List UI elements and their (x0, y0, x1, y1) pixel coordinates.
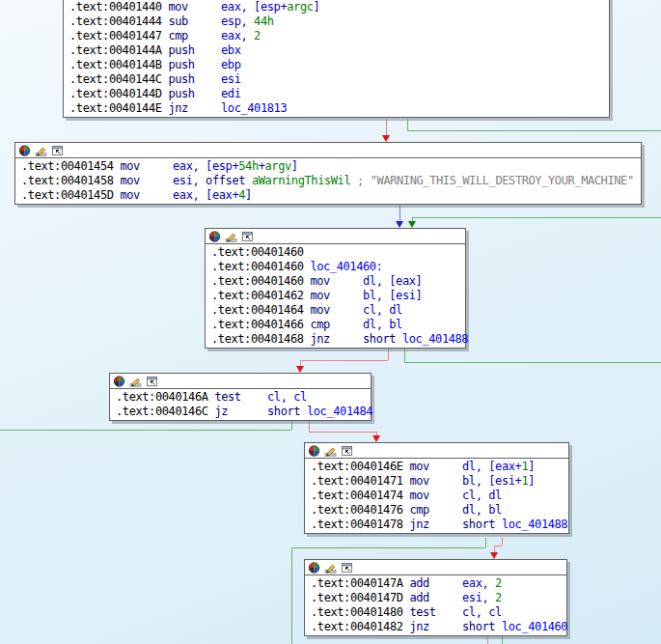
node-body: .text:00401460.text:00401460 loc_401460:… (206, 244, 465, 348)
basic-block-00401440[interactable]: .text:00401440 mov eax, [esp+argc].text:… (63, 0, 610, 118)
asm-line: .text:00401460 (211, 245, 462, 260)
node-titlebar[interactable] (206, 229, 465, 244)
single-instruction-frame-icon[interactable] (51, 145, 64, 156)
node-body: .text:0040146A test cl, cl.text:0040146C… (110, 389, 371, 420)
arrowhead (396, 221, 403, 228)
edge-loopback-to-00401460 (412, 217, 661, 218)
asm-line: .text:00401447 cmp eax, 2 (69, 29, 606, 43)
node-titlebar[interactable] (305, 560, 566, 575)
edit-pencil-icon[interactable] (324, 562, 337, 574)
basic-block-0040147A[interactable]: .text:0040147A add eax, 2.text:0040147D … (304, 559, 567, 636)
asm-line: .text:00401466 cmp dl, bl (211, 318, 462, 332)
edit-pencil-icon[interactable] (225, 231, 237, 242)
asm-line: .text:00401458 mov esi, offset aWarningT… (21, 174, 638, 188)
asm-line: .text:00401482 jnz short loc_401460 (311, 620, 564, 634)
edge-not-taken-0040146A (309, 421, 310, 432)
single-instruction-frame-icon[interactable] (146, 376, 158, 387)
asm-line: .text:0040144E jnz loc_401813 (69, 101, 606, 116)
single-instruction-frame-icon[interactable] (241, 231, 254, 242)
edge-taken-0040146E (485, 538, 486, 547)
edge-taken-0040146A (291, 421, 292, 430)
asm-line: .text:0040146E mov dl, [eax+1] (311, 460, 565, 474)
edge-not-taken-00401460 (300, 360, 388, 361)
node-color-wheel-icon[interactable] (18, 145, 31, 156)
arrowhead (382, 135, 390, 142)
asm-line: .text:00401444 sub esp, 44h (69, 14, 606, 29)
asm-line: .text:0040146C jz short loc_401484 (116, 405, 368, 419)
asm-line: .text:0040146A test cl, cl (116, 390, 368, 405)
asm-line: .text:00401471 mov bl, [esi+1] (311, 474, 565, 489)
single-instruction-frame-icon[interactable] (341, 445, 353, 457)
single-instruction-frame-icon[interactable] (341, 562, 353, 574)
arrowhead (372, 435, 380, 442)
asm-line: .text:00401480 test cl, cl (311, 605, 564, 620)
edge-taken-00401460 (404, 362, 661, 363)
asm-line: .text:0040144A push ebx (69, 43, 606, 58)
node-color-wheel-icon[interactable] (113, 376, 125, 387)
node-color-wheel-icon[interactable] (308, 562, 320, 574)
edge-taken-00401460 (404, 349, 405, 362)
edge-taken-0040146E (291, 547, 485, 548)
edge-taken-0040146E (291, 547, 292, 644)
basic-block-0040146E[interactable]: .text:0040146E mov dl, [eax+1].text:0040… (304, 442, 569, 534)
edge-not-taken-0040146E (502, 538, 503, 546)
node-body: .text:00401454 mov eax, [esp+54h+argv].t… (15, 158, 641, 204)
edit-pencil-icon[interactable] (324, 445, 337, 457)
edit-pencil-icon[interactable] (35, 145, 47, 156)
asm-line: .text:00401460 loc_401460: (211, 260, 462, 274)
node-color-wheel-icon[interactable] (308, 445, 320, 457)
asm-line: .text:0040144C push esi (69, 72, 606, 87)
edge-not-taken-0040146E (494, 546, 502, 546)
edge-not-taken-0040147A (487, 635, 488, 644)
node-body: .text:0040146E mov dl, [eax+1].text:0040… (305, 459, 568, 533)
node-titlebar[interactable] (305, 443, 568, 459)
edge-not-taken-00401440 (386, 119, 387, 135)
asm-line: .text:00401464 mov cl, dl (211, 303, 462, 318)
graph-view[interactable]: .text:00401440 mov eax, [esp+argc].text:… (0, 0, 661, 644)
node-body: .text:0040147A add eax, 2.text:0040147D … (305, 575, 566, 635)
edge-taken-0040147A (502, 635, 503, 644)
asm-line: .text:00401440 mov eax, [esp+argc] (69, 0, 606, 14)
basic-block-00401454[interactable]: .text:00401454 mov eax, [esp+54h+argv].t… (14, 142, 642, 205)
asm-line: .text:00401476 cmp dl, bl (311, 503, 565, 518)
edge-not-taken-0040146E (494, 546, 495, 552)
node-color-wheel-icon[interactable] (208, 231, 221, 242)
asm-line: .text:00401474 mov cl, dl (311, 489, 565, 503)
edge-taken-00401440 (407, 119, 408, 130)
asm-line: .text:0040144B push ebp (69, 58, 606, 72)
asm-line: .text:00401454 mov eax, [esp+54h+argv] (21, 159, 638, 174)
arrowhead (408, 221, 416, 228)
asm-line: .text:0040147D add esi, 2 (311, 591, 564, 605)
asm-line: .text:00401462 mov bl, [esi] (211, 289, 462, 303)
asm-line: .text:00401478 jnz short loc_401488 (311, 518, 565, 532)
edge-not-taken-0040146A (309, 432, 376, 433)
node-body: .text:00401440 mov eax, [esp+argc].text:… (64, 0, 609, 117)
edge-flow-00401454 (399, 204, 400, 221)
edit-pencil-icon[interactable] (129, 376, 142, 387)
basic-block-0040146A[interactable]: .text:0040146A test cl, cl.text:0040146C… (109, 373, 372, 421)
node-titlebar[interactable] (15, 143, 641, 158)
edge-not-taken-00401460 (388, 349, 389, 360)
arrowhead (296, 366, 304, 373)
asm-line: .text:0040147A add eax, 2 (311, 576, 564, 591)
asm-line: .text:0040145D mov eax, [eax+4] (21, 188, 638, 203)
asm-line: .text:00401460 mov dl, [eax] (211, 274, 462, 289)
basic-block-00401460[interactable]: .text:00401460.text:00401460 loc_401460:… (205, 228, 466, 349)
edge-taken-00401440 (407, 130, 661, 131)
edge-taken-0040146A (0, 430, 291, 431)
asm-line: .text:00401468 jnz short loc_401488 (211, 332, 462, 347)
node-titlebar[interactable] (110, 374, 371, 389)
asm-line: .text:0040144D push edi (69, 87, 606, 101)
arrowhead (490, 552, 498, 559)
